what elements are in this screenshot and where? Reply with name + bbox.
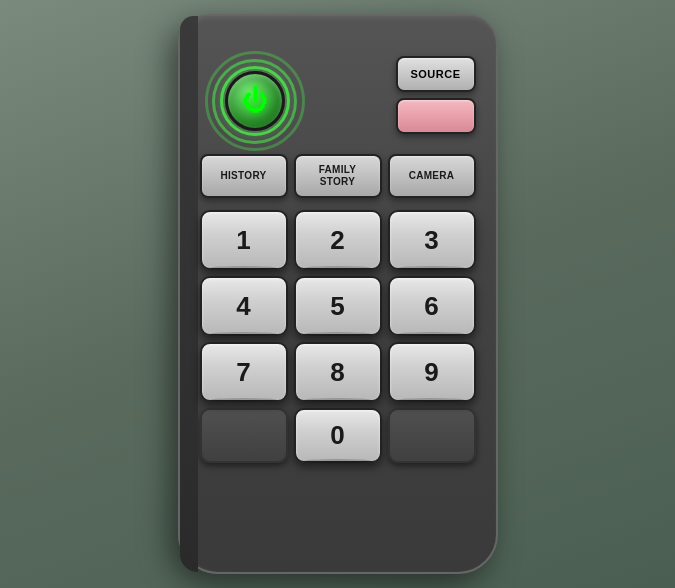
history-button[interactable]: HISTORY xyxy=(200,154,288,198)
history-label: HISTORY xyxy=(221,170,267,182)
num-8-label: 8 xyxy=(330,357,344,388)
scene: ⏻ SOURCE HISTORY FAMILYSTORY C xyxy=(0,0,675,588)
num-8-button[interactable]: 8 xyxy=(294,342,382,402)
remote-control: ⏻ SOURCE HISTORY FAMILYSTORY C xyxy=(178,14,498,574)
num-5-label: 5 xyxy=(330,291,344,322)
camera-label: CAMERA xyxy=(409,170,455,182)
zero-row: 0 xyxy=(200,408,476,463)
num-0-button[interactable]: 0 xyxy=(294,408,382,463)
num-5-button[interactable]: 5 xyxy=(294,276,382,336)
num-1-label: 1 xyxy=(236,225,250,256)
top-row: ⏻ SOURCE xyxy=(200,46,476,146)
num-0-label: 0 xyxy=(330,420,344,451)
numpad: 1 2 3 4 5 6 7 8 9 xyxy=(200,210,476,402)
num-6-label: 6 xyxy=(424,291,438,322)
family-story-button[interactable]: FAMILYSTORY xyxy=(294,154,382,198)
power-button-wrapper: ⏻ xyxy=(210,56,300,146)
num-3-button[interactable]: 3 xyxy=(388,210,476,270)
num-4-button[interactable]: 4 xyxy=(200,276,288,336)
source-button[interactable]: SOURCE xyxy=(396,56,476,92)
num-2-button[interactable]: 2 xyxy=(294,210,382,270)
num-9-button[interactable]: 9 xyxy=(388,342,476,402)
num-7-label: 7 xyxy=(236,357,250,388)
num-1-button[interactable]: 1 xyxy=(200,210,288,270)
num-3-label: 3 xyxy=(424,225,438,256)
num-4-label: 4 xyxy=(236,291,250,322)
pink-button[interactable] xyxy=(396,98,476,134)
power-icon: ⏻ xyxy=(242,88,268,114)
num-7-button[interactable]: 7 xyxy=(200,342,288,402)
num-9-label: 9 xyxy=(424,357,438,388)
source-label: SOURCE xyxy=(410,68,460,80)
num-6-button[interactable]: 6 xyxy=(388,276,476,336)
empty-right-button xyxy=(388,408,476,463)
power-button[interactable]: ⏻ xyxy=(225,71,285,131)
camera-button[interactable]: CAMERA xyxy=(388,154,476,198)
num-2-label: 2 xyxy=(330,225,344,256)
top-right-buttons: SOURCE xyxy=(396,56,476,134)
function-buttons-row: HISTORY FAMILYSTORY CAMERA xyxy=(200,154,476,198)
empty-left-button xyxy=(200,408,288,463)
family-story-label: FAMILYSTORY xyxy=(319,164,357,188)
